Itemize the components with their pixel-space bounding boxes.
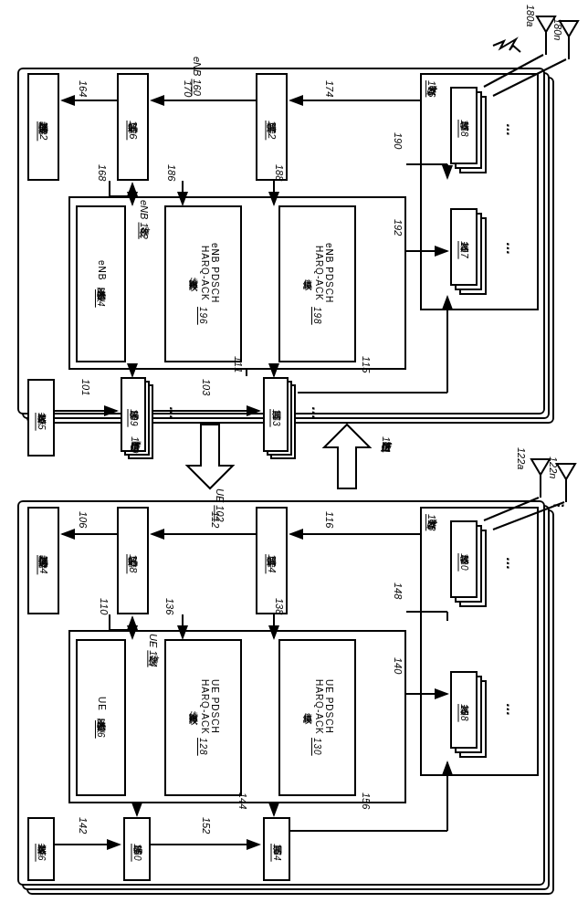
svg-line-45 xyxy=(493,502,564,530)
svg-line-44 xyxy=(484,498,539,520)
